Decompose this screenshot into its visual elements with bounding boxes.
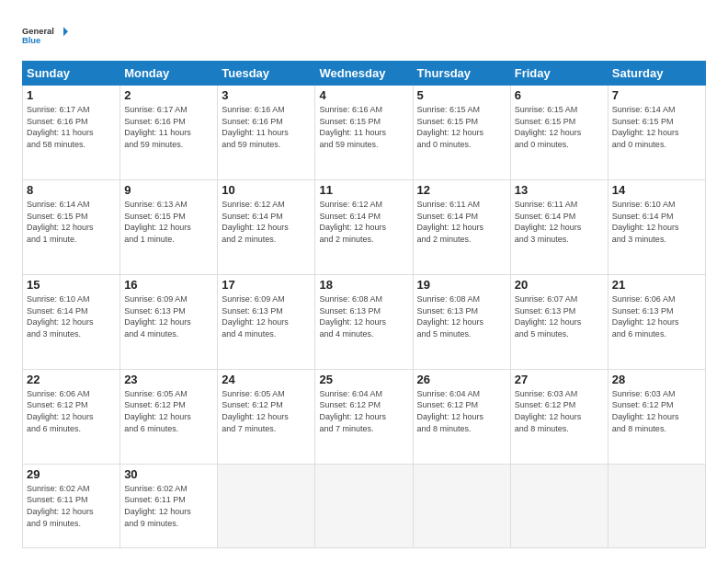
day-number: 28 xyxy=(612,373,701,386)
day-number: 2 xyxy=(124,88,213,102)
day-number: 26 xyxy=(417,373,506,386)
calendar-cell: 16 Sunrise: 6:09 AMSunset: 6:13 PMDaylig… xyxy=(120,274,218,369)
svg-text:Blue: Blue xyxy=(22,36,40,45)
day-info: Sunrise: 6:08 AMSunset: 6:13 PMDaylight:… xyxy=(417,293,506,339)
day-number: 25 xyxy=(319,373,408,386)
calendar-week-row: 8 Sunrise: 6:14 AMSunset: 6:15 PMDayligh… xyxy=(23,179,706,274)
logo-icon: General Blue xyxy=(22,18,68,52)
day-number: 6 xyxy=(515,88,604,102)
day-number: 3 xyxy=(222,88,311,102)
day-info: Sunrise: 6:16 AMSunset: 6:16 PMDaylight:… xyxy=(222,104,311,150)
calendar-week-row: 1 Sunrise: 6:17 AMSunset: 6:16 PMDayligh… xyxy=(23,86,706,180)
calendar-week-row: 29 Sunrise: 6:02 AMSunset: 6:11 PMDaylig… xyxy=(23,464,706,547)
calendar-cell: 18 Sunrise: 6:08 AMSunset: 6:13 PMDaylig… xyxy=(315,274,413,369)
day-header-sunday: Sunday xyxy=(23,62,120,86)
calendar-cell: 4 Sunrise: 6:16 AMSunset: 6:15 PMDayligh… xyxy=(315,86,413,180)
day-info: Sunrise: 6:10 AMSunset: 6:14 PMDaylight:… xyxy=(612,199,701,245)
day-info: Sunrise: 6:05 AMSunset: 6:12 PMDaylight:… xyxy=(222,388,311,434)
day-info: Sunrise: 6:09 AMSunset: 6:13 PMDaylight:… xyxy=(222,293,311,339)
day-number: 12 xyxy=(417,183,506,197)
calendar-week-row: 22 Sunrise: 6:06 AMSunset: 6:12 PMDaylig… xyxy=(23,369,706,464)
svg-marker-2 xyxy=(63,27,68,36)
day-number: 11 xyxy=(319,183,408,197)
day-number: 15 xyxy=(27,278,116,292)
day-info: Sunrise: 6:02 AMSunset: 6:11 PMDaylight:… xyxy=(27,483,116,529)
calendar-cell: 22 Sunrise: 6:06 AMSunset: 6:12 PMDaylig… xyxy=(23,369,120,464)
day-info: Sunrise: 6:14 AMSunset: 6:15 PMDaylight:… xyxy=(612,104,701,150)
day-header-tuesday: Tuesday xyxy=(218,62,315,86)
day-info: Sunrise: 6:03 AMSunset: 6:12 PMDaylight:… xyxy=(515,388,604,434)
day-info: Sunrise: 6:17 AMSunset: 6:16 PMDaylight:… xyxy=(27,104,116,150)
calendar-cell: 2 Sunrise: 6:17 AMSunset: 6:16 PMDayligh… xyxy=(120,86,218,180)
day-info: Sunrise: 6:05 AMSunset: 6:12 PMDaylight:… xyxy=(124,388,213,434)
calendar-cell: 17 Sunrise: 6:09 AMSunset: 6:13 PMDaylig… xyxy=(218,274,315,369)
calendar-table: SundayMondayTuesdayWednesdayThursdayFrid… xyxy=(22,61,706,548)
day-number: 21 xyxy=(612,278,701,292)
day-info: Sunrise: 6:09 AMSunset: 6:13 PMDaylight:… xyxy=(124,293,213,339)
calendar-cell: 19 Sunrise: 6:08 AMSunset: 6:13 PMDaylig… xyxy=(413,274,510,369)
logo: General Blue xyxy=(22,18,68,52)
calendar-cell: 25 Sunrise: 6:04 AMSunset: 6:12 PMDaylig… xyxy=(315,369,413,464)
calendar-cell: 27 Sunrise: 6:03 AMSunset: 6:12 PMDaylig… xyxy=(510,369,608,464)
day-info: Sunrise: 6:10 AMSunset: 6:14 PMDaylight:… xyxy=(27,293,116,339)
calendar-cell: 23 Sunrise: 6:05 AMSunset: 6:12 PMDaylig… xyxy=(120,369,218,464)
day-number: 22 xyxy=(27,373,116,386)
day-number: 20 xyxy=(515,278,604,292)
calendar-cell: 21 Sunrise: 6:06 AMSunset: 6:13 PMDaylig… xyxy=(608,274,705,369)
day-info: Sunrise: 6:12 AMSunset: 6:14 PMDaylight:… xyxy=(222,199,311,245)
day-info: Sunrise: 6:11 AMSunset: 6:14 PMDaylight:… xyxy=(417,199,506,245)
day-number: 18 xyxy=(319,278,408,292)
day-number: 30 xyxy=(124,467,213,481)
day-info: Sunrise: 6:15 AMSunset: 6:15 PMDaylight:… xyxy=(417,104,506,150)
calendar-cell: 30 Sunrise: 6:02 AMSunset: 6:11 PMDaylig… xyxy=(120,464,218,547)
day-info: Sunrise: 6:03 AMSunset: 6:12 PMDaylight:… xyxy=(612,388,701,434)
day-number: 23 xyxy=(124,373,213,386)
calendar-cell: 5 Sunrise: 6:15 AMSunset: 6:15 PMDayligh… xyxy=(413,86,510,180)
calendar-cell: 11 Sunrise: 6:12 AMSunset: 6:14 PMDaylig… xyxy=(315,179,413,274)
day-number: 19 xyxy=(417,278,506,292)
day-number: 24 xyxy=(222,373,311,386)
day-number: 1 xyxy=(27,88,116,102)
day-number: 29 xyxy=(27,467,116,481)
day-number: 5 xyxy=(417,88,506,102)
calendar-cell: 1 Sunrise: 6:17 AMSunset: 6:16 PMDayligh… xyxy=(23,86,120,180)
day-number: 10 xyxy=(222,183,311,197)
calendar-cell: 24 Sunrise: 6:05 AMSunset: 6:12 PMDaylig… xyxy=(218,369,315,464)
day-info: Sunrise: 6:04 AMSunset: 6:12 PMDaylight:… xyxy=(417,388,506,434)
calendar-cell: 15 Sunrise: 6:10 AMSunset: 6:14 PMDaylig… xyxy=(23,274,120,369)
day-info: Sunrise: 6:06 AMSunset: 6:12 PMDaylight:… xyxy=(27,388,116,434)
day-info: Sunrise: 6:14 AMSunset: 6:15 PMDaylight:… xyxy=(27,199,116,245)
calendar-cell: 9 Sunrise: 6:13 AMSunset: 6:15 PMDayligh… xyxy=(120,179,218,274)
day-number: 14 xyxy=(612,183,701,197)
day-header-friday: Friday xyxy=(510,62,608,86)
calendar-cell: 28 Sunrise: 6:03 AMSunset: 6:12 PMDaylig… xyxy=(608,369,705,464)
calendar-cell xyxy=(218,464,315,547)
day-header-wednesday: Wednesday xyxy=(315,62,413,86)
day-info: Sunrise: 6:16 AMSunset: 6:15 PMDaylight:… xyxy=(319,104,408,150)
day-info: Sunrise: 6:06 AMSunset: 6:13 PMDaylight:… xyxy=(612,293,701,339)
day-number: 13 xyxy=(515,183,604,197)
calendar-cell xyxy=(510,464,608,547)
calendar-cell: 8 Sunrise: 6:14 AMSunset: 6:15 PMDayligh… xyxy=(23,179,120,274)
calendar-cell: 10 Sunrise: 6:12 AMSunset: 6:14 PMDaylig… xyxy=(218,179,315,274)
calendar-cell: 26 Sunrise: 6:04 AMSunset: 6:12 PMDaylig… xyxy=(413,369,510,464)
day-number: 16 xyxy=(124,278,213,292)
calendar-cell: 7 Sunrise: 6:14 AMSunset: 6:15 PMDayligh… xyxy=(608,86,705,180)
day-info: Sunrise: 6:11 AMSunset: 6:14 PMDaylight:… xyxy=(515,199,604,245)
day-number: 27 xyxy=(515,373,604,386)
page: General Blue SundayMondayTuesdayWednesda… xyxy=(0,0,728,563)
day-info: Sunrise: 6:17 AMSunset: 6:16 PMDaylight:… xyxy=(124,104,213,150)
calendar-cell xyxy=(413,464,510,547)
calendar-cell: 12 Sunrise: 6:11 AMSunset: 6:14 PMDaylig… xyxy=(413,179,510,274)
calendar-cell: 13 Sunrise: 6:11 AMSunset: 6:14 PMDaylig… xyxy=(510,179,608,274)
day-header-thursday: Thursday xyxy=(413,62,510,86)
calendar-header-row: SundayMondayTuesdayWednesdayThursdayFrid… xyxy=(23,62,706,86)
calendar-cell: 14 Sunrise: 6:10 AMSunset: 6:14 PMDaylig… xyxy=(608,179,705,274)
header: General Blue xyxy=(22,18,706,52)
svg-text:General: General xyxy=(22,27,54,36)
calendar-week-row: 15 Sunrise: 6:10 AMSunset: 6:14 PMDaylig… xyxy=(23,274,706,369)
day-header-saturday: Saturday xyxy=(608,62,705,86)
day-number: 7 xyxy=(612,88,701,102)
calendar-cell xyxy=(315,464,413,547)
calendar-cell: 29 Sunrise: 6:02 AMSunset: 6:11 PMDaylig… xyxy=(23,464,120,547)
